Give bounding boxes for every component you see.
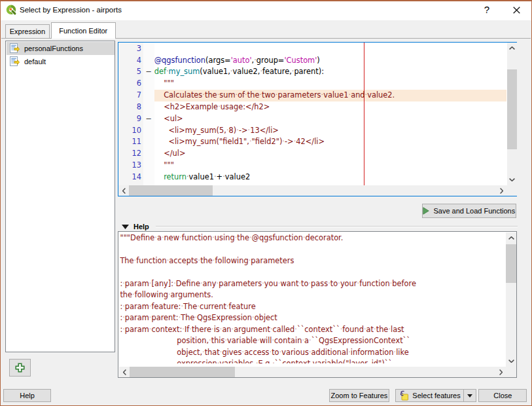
- scroll-right-arrow-icon[interactable]: [495, 367, 506, 377]
- scroll-up-arrow-icon[interactable]: [507, 43, 518, 54]
- titlebar-help-button[interactable]: ?: [478, 0, 496, 20]
- fold-marker[interactable]: −: [143, 113, 154, 125]
- fold-marker[interactable]: −: [143, 66, 154, 78]
- list-item-default[interactable]: default: [7, 55, 115, 68]
- code-line-4[interactable]: 4@qgsfunction(args='auto',·group='Custom…: [118, 55, 506, 67]
- code-text: <li>my_sum(5,·8)·->·13</li>: [154, 125, 506, 137]
- window-title: Select by Expression - airports: [20, 0, 122, 20]
- scrollbar-thumb[interactable]: [130, 367, 235, 377]
- help-group-frame-line: [156, 226, 518, 227]
- scrollbar-thumb[interactable]: [507, 69, 518, 149]
- function-list: personalFunctions default: [5, 41, 116, 352]
- code-line-11[interactable]: 11 <li>my_sum("field1",·"field2")·->·42<…: [118, 136, 506, 148]
- code-editor[interactable]: 34@qgsfunction(args='auto',·group='Custo…: [118, 42, 517, 196]
- line-number: 5: [118, 66, 143, 78]
- line-number: 4: [118, 55, 143, 67]
- scroll-up-arrow-icon[interactable]: [506, 232, 516, 244]
- python-file-icon: [9, 56, 20, 67]
- tab-expression-label: Expression: [10, 28, 45, 35]
- titlebar: Select by Expression - airports ?: [0, 0, 532, 20]
- close-icon: [513, 7, 520, 14]
- save-and-load-functions-button[interactable]: Save and Load Functions: [422, 204, 516, 218]
- fold-spacer: [143, 43, 154, 55]
- line-number: 14: [118, 172, 143, 183]
- help-horizontal-scrollbar[interactable]: [119, 367, 506, 377]
- scroll-left-arrow-icon[interactable]: [118, 185, 129, 196]
- select-features-label: Select features: [412, 392, 460, 399]
- help-line-6: the·following·arguments.: [120, 289, 506, 301]
- editor-horizontal-scrollbar[interactable]: [118, 185, 506, 196]
- code-text: Calculates·the·sum·of·the·two·parameters…: [154, 90, 506, 101]
- help-group-header[interactable]: Help: [122, 222, 149, 231]
- list-item-personalfunctions[interactable]: personalFunctions: [7, 42, 115, 55]
- code-line-12[interactable]: 12 </ul>: [118, 148, 506, 160]
- code-line-9[interactable]: 9− <ul>: [118, 113, 506, 125]
- tab-function-editor[interactable]: Function Editor: [51, 22, 116, 39]
- save-and-load-functions-label: Save and Load Functions: [433, 207, 515, 215]
- code-text: <ul>: [154, 113, 506, 125]
- scrollbar-thumb[interactable]: [129, 185, 213, 196]
- code-text: </ul>: [154, 148, 506, 160]
- code-line-13[interactable]: 13 """: [118, 160, 506, 172]
- help-text[interactable]: """Define·a·new·function·using·the·@qgsf…: [120, 232, 506, 364]
- select-features-dropdown-button[interactable]: [463, 389, 476, 403]
- code-text: return·value1·+·value2: [154, 172, 506, 183]
- code-line-5[interactable]: 5−def·my_sum(value1,·value2,·feature,·pa…: [118, 66, 506, 78]
- help-line-10: position,·this·variable·will·contain·a·`…: [120, 335, 506, 347]
- tab-expression[interactable]: Expression: [5, 24, 50, 38]
- code-line-14[interactable]: 14 return·value1·+·value2: [118, 172, 506, 183]
- scroll-down-arrow-icon[interactable]: [506, 356, 516, 367]
- code-text: def·my_sum(value1,·value2,·feature,·pare…: [154, 66, 506, 78]
- help-line-7: :·param·feature:·The·current·feature: [120, 301, 506, 313]
- code-line-10[interactable]: 10 <li>my_sum(5,·8)·->·13</li>: [118, 125, 506, 137]
- scrollbar-corner: [507, 185, 518, 196]
- select-features-icon: [399, 390, 409, 401]
- zoom-to-features-button[interactable]: Zoom to Features: [329, 389, 389, 403]
- help-button-label: Help: [20, 392, 35, 399]
- help-line-1: """Define·a·new·function·using·the·@qgsf…: [120, 232, 506, 244]
- close-button[interactable]: Close: [478, 389, 527, 403]
- line-number: 13: [118, 160, 143, 172]
- help-vertical-scrollbar[interactable]: [506, 232, 516, 367]
- plus-icon: [15, 363, 25, 373]
- help-line-3: The·function·accepts·the·following·param…: [120, 255, 506, 267]
- add-function-button[interactable]: [9, 359, 31, 377]
- python-file-icon: [9, 43, 20, 54]
- tab-function-editor-label: Function Editor: [59, 27, 107, 35]
- code-lines[interactable]: 34@qgsfunction(args='auto',·group='Custo…: [118, 43, 506, 183]
- editor-vertical-scrollbar[interactable]: [507, 43, 518, 185]
- line-number: 10: [118, 125, 143, 137]
- scrollbar-corner: [506, 367, 516, 377]
- line-number: 8: [118, 101, 143, 113]
- select-by-expression-dialog: Select by Expression - airports ? Expres…: [0, 0, 532, 406]
- list-item-label: personalFunctions: [24, 45, 83, 52]
- scroll-down-arrow-icon[interactable]: [507, 174, 518, 185]
- help-line-8: :·param·parent:·The·QgsExpression·object: [120, 312, 506, 324]
- collapse-triangle-icon: [122, 225, 129, 229]
- code-text: @qgsfunction(args='auto',·group='Custom'…: [154, 55, 506, 67]
- select-features-button[interactable]: Select features: [395, 389, 463, 403]
- code-line-3[interactable]: 3: [118, 43, 506, 55]
- code-text: """: [154, 160, 506, 172]
- help-button[interactable]: Help: [3, 389, 51, 403]
- scroll-right-arrow-icon[interactable]: [497, 185, 507, 196]
- dropdown-arrow-icon: [467, 394, 472, 397]
- code-text: <h2>Example·usage:</h2>: [154, 101, 506, 113]
- help-line-12: expression·variables.·E.g.·``context.var…: [120, 358, 506, 363]
- scrollbar-thumb[interactable]: [506, 244, 516, 283]
- titlebar-close-button[interactable]: [507, 0, 525, 20]
- code-line-8[interactable]: 8 <h2>Example·usage:</h2>: [118, 101, 506, 113]
- play-icon: [423, 207, 429, 215]
- help-line-11: object,·that·gives·access·to·various·add…: [120, 347, 506, 359]
- help-line-4: [120, 267, 506, 278]
- help-group-title: Help: [133, 223, 149, 231]
- code-text: """: [154, 78, 506, 90]
- code-line-6[interactable]: 6 """: [118, 78, 506, 90]
- code-line-7[interactable]: 7 Calculates·the·sum·of·the·two·paramete…: [118, 90, 506, 101]
- line-number: 12: [118, 148, 143, 160]
- line-number: 3: [118, 43, 143, 55]
- fold-spacer: [143, 90, 154, 101]
- line-number: 11: [118, 136, 143, 148]
- scroll-left-arrow-icon[interactable]: [119, 367, 130, 377]
- help-line-5: :·param·[any]:·Define·any·parameters·you…: [120, 278, 506, 290]
